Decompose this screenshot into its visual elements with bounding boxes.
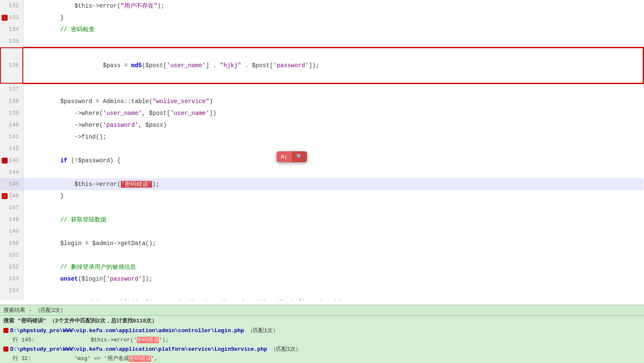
- file-path-1: D:\phpstudy_pro\WWW\vip.kefu.com\applica…: [10, 328, 244, 334]
- table-row: 149: [0, 226, 644, 237]
- code-line[interactable]: ->where('password', $pass): [23, 119, 644, 131]
- result-marker-icon: [3, 328, 8, 333]
- search-results-label: 搜索结果 - （匹配2次）: [3, 307, 66, 314]
- code-line[interactable]: // 密码检查: [23, 24, 644, 35]
- line-number: 137: [0, 84, 23, 96]
- result-marker-icon-2: [3, 347, 8, 352]
- table-row: 154: [0, 285, 644, 297]
- table-row: 145 $this->error('密码错误');: [0, 178, 644, 190]
- line-number: 141: [0, 131, 23, 143]
- fold-marker: -: [2, 193, 8, 199]
- line-number: 151: [0, 249, 23, 261]
- table-row: 153 unset($login['password']);: [0, 273, 644, 285]
- translate-popup[interactable]: A| 🔍: [277, 151, 307, 162]
- code-line[interactable]: $password = Admins::table("wolive_servic…: [23, 96, 644, 107]
- fold-marker: -: [2, 15, 8, 21]
- table-row: 137: [0, 84, 644, 96]
- code-line[interactable]: if (!$password) {: [23, 155, 644, 166]
- search-button[interactable]: 🔍: [292, 151, 307, 162]
- code-line[interactable]: [23, 84, 644, 96]
- code-line[interactable]: $this->error('密码错误');: [23, 178, 644, 190]
- table-row: 139 ->where('user_name', $post['user_nam…: [0, 107, 644, 119]
- code-editor[interactable]: 132 $this->error("用户不存在"); - 133 } 134: [0, 0, 644, 300]
- code-line[interactable]: ->where('user_name', $post['user_name']): [23, 107, 644, 119]
- search-results-panel: 搜索结果 - （匹配2次） 搜索 "密码错误" （2个文件中匹配到2次，总计查找…: [0, 305, 644, 363]
- line-number: 145: [0, 178, 23, 190]
- file-path-2: D:\phpstudy_pro\WWW\vip.kefu.com\applica…: [10, 346, 267, 352]
- table-row: 142: [0, 143, 644, 155]
- table-row: 138 $password = Admins::table("wolive_se…: [0, 96, 644, 107]
- line-number-label-2: 行 32:: [13, 355, 71, 362]
- code-line[interactable]: [23, 35, 644, 47]
- table-row: 155 $res = Admins::table('wolive_service…: [0, 297, 644, 300]
- table-row: 136 $pass = md5($post['user_name'] . "hj…: [0, 47, 644, 84]
- search-summary: 搜索 "密码错误" （2个文件中匹配到2次，总计查找6118次）: [0, 316, 644, 326]
- code-table: 132 $this->error("用户不存在"); - 133 } 134: [0, 0, 644, 300]
- line-number: 142: [0, 143, 23, 155]
- code-line[interactable]: }: [23, 12, 644, 24]
- table-row: 150 $login = $admin->getData();: [0, 237, 644, 249]
- table-row: 144: [0, 166, 644, 178]
- file-match-count-2: （匹配1次）: [271, 345, 302, 353]
- line-number: 144: [0, 166, 23, 178]
- table-row: 152 // 删掉登录用户的敏感信息: [0, 261, 644, 273]
- line-number: 134: [0, 24, 23, 35]
- code-line[interactable]: unset($login['password']);: [23, 273, 644, 285]
- line-number: 149: [0, 226, 23, 237]
- file-match-count-1: （匹配1次）: [247, 327, 278, 334]
- line-number: 153: [0, 273, 23, 285]
- editor-container: 132 $this->error("用户不存在"); - 133 } 134: [0, 0, 644, 363]
- match-info-label: （2个文件中匹配到2次，总计查找6118次）: [49, 318, 157, 324]
- line-number: 132: [0, 0, 23, 12]
- table-row: 147: [0, 202, 644, 214]
- code-line[interactable]: ->find();: [23, 131, 644, 143]
- search-result-line[interactable]: 行 145: $this->error('密码错误');: [0, 335, 644, 344]
- line-number: 135: [0, 35, 23, 47]
- code-line[interactable]: // 删掉登录用户的敏感信息: [23, 261, 644, 273]
- search-icon: 🔍: [296, 153, 303, 160]
- search-panel-header: 搜索结果 - （匹配2次）: [0, 305, 644, 316]
- search-result-line-2[interactable]: 行 32: 'msg' => '用户名或密码错误',: [0, 354, 644, 363]
- breakpoint-icon: [2, 158, 8, 164]
- line-number: - 146: [0, 190, 23, 202]
- code-line[interactable]: }: [23, 190, 644, 202]
- code-line[interactable]: $this->error("用户不存在");: [23, 0, 644, 12]
- line-number: - 133: [0, 12, 23, 24]
- line-number-label-1: 行 145:: [13, 337, 87, 343]
- line-content-2: 'msg' => '用户名或密码错误',: [74, 355, 158, 362]
- table-row: - 133 }: [0, 12, 644, 24]
- table-row: 132 $this->error("用户不存在");: [0, 0, 644, 12]
- code-line[interactable]: [23, 249, 644, 261]
- table-row: 134 // 密码检查: [0, 24, 644, 35]
- code-line[interactable]: // 获取登陆数据: [23, 214, 644, 226]
- code-line[interactable]: [23, 166, 644, 178]
- line-number: 155: [0, 297, 23, 300]
- line-number: 152: [0, 261, 23, 273]
- code-line[interactable]: [23, 226, 644, 237]
- code-line[interactable]: [23, 285, 644, 297]
- code-line[interactable]: $pass = md5($post['user_name'] . "hjkj" …: [23, 47, 644, 84]
- table-row: 148 // 获取登陆数据: [0, 214, 644, 226]
- search-term-label: 搜索 "密码错误": [3, 318, 46, 324]
- line-number: 147: [0, 202, 23, 214]
- translate-icon: A|: [281, 154, 288, 160]
- code-line[interactable]: $login = $admin->getData();: [23, 237, 644, 249]
- table-row: 151: [0, 249, 644, 261]
- line-number: 150: [0, 237, 23, 249]
- translate-button[interactable]: A|: [277, 151, 292, 162]
- line-number: 136: [0, 47, 23, 84]
- code-line[interactable]: [23, 202, 644, 214]
- table-row: 135: [0, 35, 644, 47]
- line-number: 138: [0, 96, 23, 107]
- search-result-file-2[interactable]: D:\phpstudy_pro\WWW\vip.kefu.com\applica…: [0, 344, 644, 354]
- search-result-file[interactable]: D:\phpstudy_pro\WWW\vip.kefu.com\applica…: [0, 326, 644, 335]
- line-number: 154: [0, 285, 23, 297]
- code-line[interactable]: [23, 143, 644, 155]
- line-number: 148: [0, 214, 23, 226]
- code-line[interactable]: $res = Admins::table('wolive_service')->…: [23, 297, 644, 300]
- line-number: 140: [0, 119, 23, 131]
- table-row: 141 ->find();: [0, 131, 644, 143]
- table-row: 143 if (!$password) {: [0, 155, 644, 166]
- table-row: 140 ->where('password', $pass): [0, 119, 644, 131]
- line-number: 139: [0, 107, 23, 119]
